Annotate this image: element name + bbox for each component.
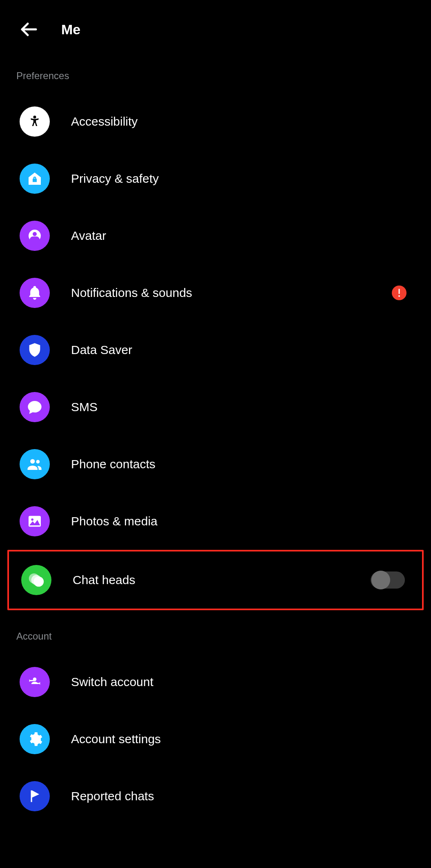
back-button[interactable] [16,17,41,42]
row-label: Notifications & sounds [71,286,387,300]
switch-account-icon [20,667,50,697]
section-header-account: Account [0,618,431,653]
svg-rect-2 [399,289,400,294]
row-privacy-safety[interactable]: Privacy & safety [0,150,431,207]
row-avatar[interactable]: Avatar [0,207,431,264]
toggle-knob [371,571,390,589]
row-chat-heads[interactable]: Chat heads [7,550,424,610]
exclamation-icon [398,289,401,297]
svg-point-7 [31,518,33,521]
alert-badge [392,286,407,300]
row-data-saver[interactable]: Data Saver [0,321,431,379]
image-icon [20,506,50,536]
row-label: Switch account [71,675,407,689]
arrow-left-icon [19,20,38,39]
row-label: Chat heads [73,573,371,587]
chat-heads-icon [21,565,51,595]
svg-point-10 [33,576,44,587]
row-phone-contacts[interactable]: Phone contacts [0,436,431,493]
row-label: Avatar [71,229,407,243]
row-label: SMS [71,400,407,414]
row-accessibility[interactable]: Accessibility [0,93,431,150]
bell-icon [20,278,50,308]
page-title: Me [61,22,80,38]
row-switch-account[interactable]: Switch account [0,653,431,711]
shield-bars-icon [20,335,50,365]
row-label: Accessibility [71,115,407,128]
row-reported-chats[interactable]: Reported chats [0,768,431,825]
section-header-preferences: Preferences [0,58,431,93]
svg-point-4 [30,459,35,463]
row-photos-media[interactable]: Photos & media [0,493,431,550]
svg-point-3 [398,295,400,297]
row-label: Photos & media [71,514,407,528]
row-label: Phone contacts [71,457,407,471]
accessibility-icon [20,106,50,137]
row-label: Reported chats [71,789,407,803]
svg-point-5 [36,460,40,464]
row-label: Account settings [71,732,407,746]
row-notifications-sounds[interactable]: Notifications & sounds [0,264,431,321]
row-account-settings[interactable]: Account settings [0,711,431,768]
gear-icon [20,724,50,754]
speech-bubble-icon [20,392,50,422]
svg-point-1 [33,115,36,118]
row-sms[interactable]: SMS [0,379,431,436]
avatar-icon [20,221,50,251]
flag-icon [20,781,50,811]
row-label: Privacy & safety [71,172,407,186]
chat-heads-toggle[interactable] [371,571,405,589]
people-icon [20,449,50,479]
house-lock-icon [20,164,50,194]
row-label: Data Saver [71,343,407,357]
